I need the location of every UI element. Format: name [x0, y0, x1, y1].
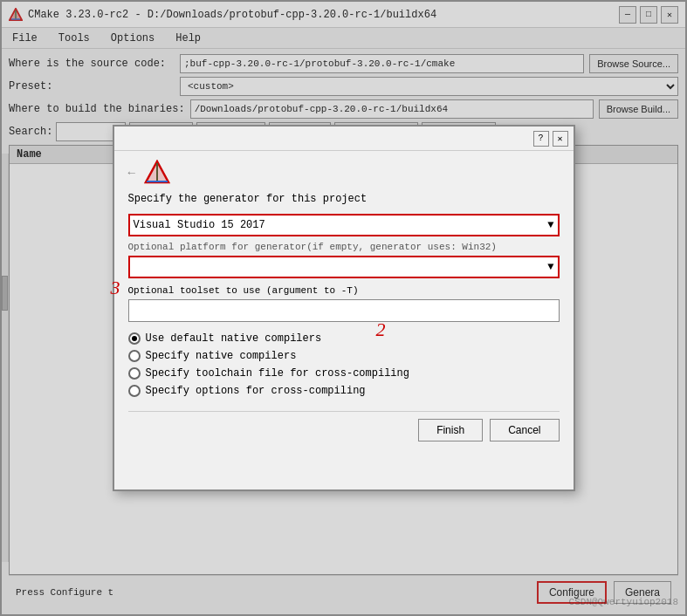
radio-label-1: Specify native compilers	[146, 350, 297, 362]
radio-circle-2	[128, 367, 141, 380]
dialog-description: Specify the generator for this project	[128, 193, 560, 205]
radio-label-2: Specify toolchain file for cross-compili…	[146, 367, 409, 380]
radio-specify-native[interactable]: Specify native compilers	[128, 350, 560, 362]
radio-label-3: Specify options for cross-compiling	[146, 385, 366, 397]
annotation-3: 3	[111, 277, 120, 299]
generator-value: Visual Studio 15 2017	[134, 219, 265, 231]
dialog-help-button[interactable]: ?	[533, 131, 549, 147]
cmake-logo	[144, 160, 170, 186]
dialog-footer: Finish Cancel	[128, 411, 560, 441]
toolset-label: Optional toolset to use (argument to -T)	[128, 285, 560, 296]
main-window: CMake 3.23.0-rc2 - D:/Downloads/protobuf…	[0, 0, 687, 616]
radio-label-0: Use default native compilers	[146, 332, 322, 345]
cancel-button[interactable]: Cancel	[490, 419, 559, 441]
finish-button[interactable]: Finish	[418, 419, 483, 441]
radio-circle-0	[128, 332, 141, 345]
radio-group: Use default native compilers Specify nat…	[128, 332, 560, 397]
radio-circle-1	[128, 350, 141, 362]
optional-platform-label: Optional platform for generator(if empty…	[128, 242, 560, 252]
dropdown-arrow: ▼	[547, 219, 553, 231]
radio-cross-compile[interactable]: Specify options for cross-compiling	[128, 385, 560, 397]
annotation-2: 2	[376, 318, 386, 341]
radio-circle-3	[128, 385, 141, 397]
back-button[interactable]: ←	[128, 166, 135, 180]
dialog-close-button[interactable]: ✕	[553, 131, 568, 147]
toolset-input[interactable]	[128, 299, 560, 322]
optional-platform-dropdown[interactable]: ▼	[128, 256, 560, 278]
dialog-nav: ← 2	[128, 160, 560, 186]
generator-dialog: ? ✕ ← 2	[113, 125, 575, 491]
radio-default-compilers[interactable]: Use default native compilers	[128, 332, 560, 345]
dialog-titlebar: ? ✕	[114, 127, 574, 151]
opt-dropdown-arrow: ▼	[547, 261, 553, 273]
dialog-content: ← 2 Specify the generator for this proje…	[114, 151, 574, 455]
radio-toolchain[interactable]: Specify toolchain file for cross-compili…	[128, 367, 560, 380]
generator-dropdown[interactable]: Visual Studio 15 2017 ▼	[128, 214, 560, 236]
dialog-overlay: ? ✕ ← 2	[2, 2, 685, 614]
